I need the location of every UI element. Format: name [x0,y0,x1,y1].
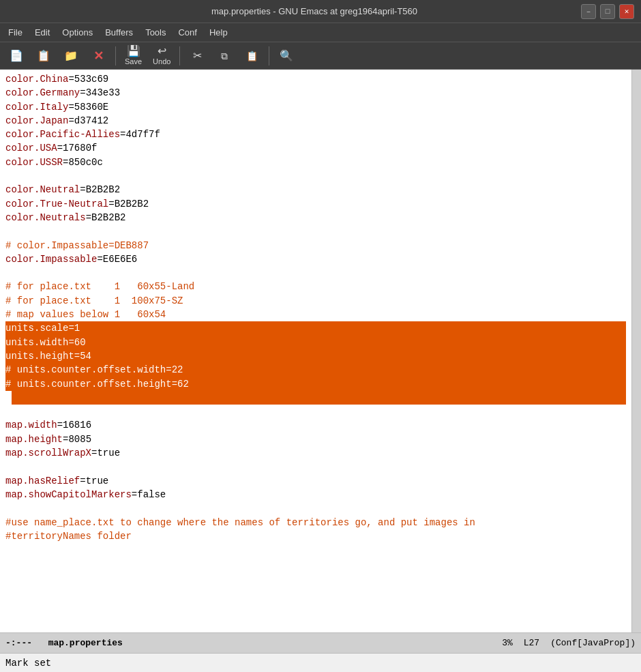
toolbar: 📄 📋 📁 ✕ 💾 Save ↩ Undo ✂ ⧉ 📋 🔍 [0,42,641,70]
editor-line: color.Germany=343e33 [5,86,626,100]
editor-line: # units.counter.offset.width=22 [5,363,626,377]
menu-item-conf[interactable]: Conf [173,25,202,40]
status-filename: map.properties [48,638,123,648]
menu-item-options[interactable]: Options [57,25,98,40]
maximize-button[interactable]: □ [600,4,615,19]
undo-label: Undo [153,57,170,65]
undo-button[interactable]: ↩ Undo [149,44,175,68]
editor-line: color.USA=17680f [5,141,626,155]
undo-icon: ↩ [158,46,166,57]
editor-line: # map values below 1 60x54 [5,308,626,321]
close-file-button[interactable]: ✕ [86,48,110,64]
minimize-button[interactable]: – [581,4,596,19]
window-controls[interactable]: – □ ✕ [581,4,634,19]
open-folder-button[interactable]: 📁 [59,48,83,63]
cut-button[interactable]: ✂ [185,48,209,63]
search-icon: 🔍 [280,50,293,61]
editor-line [5,169,626,183]
editor-line: # color.Impassable=DEB887 [5,239,626,252]
save-icon: 💾 [127,46,140,57]
cut-icon: ✂ [193,50,202,61]
editor-line: color.Italy=58360E [5,100,626,114]
clipboard-button[interactable]: 📋 [31,48,56,63]
editor-line: units.width=60 [5,336,626,349]
status-right: 3% L27 (Conf[JavaProp]) [502,638,636,648]
editor-line: map.hasRelief=true [5,474,626,488]
toolbar-separator-3 [269,46,269,65]
editor-line: map.width=16816 [5,418,626,432]
editor-line: color.USSR=850c0c [5,156,626,169]
menu-item-help[interactable]: Help [204,25,233,40]
new-file-icon: 📄 [10,50,23,61]
status-percent: 3% [502,638,513,648]
editor-line: color.China=533c69 [5,72,626,86]
minibuffer-text: Mark set [5,658,51,669]
editor-line: color.Neutral=B2B2B2 [5,183,626,196]
new-file-button[interactable]: 📄 [4,48,29,63]
scrollbar[interactable] [631,70,641,632]
editor-line [5,405,626,418]
editor-line: color.True-Neutral=B2B2B2 [5,197,626,211]
status-mode: -:--- [5,638,32,648]
editor-line: #use name_place.txt to change where the … [5,516,626,529]
editor-line: map.height=8085 [5,433,626,446]
editor-line [5,501,626,515]
status-line: L27 [524,638,539,648]
status-bar: -:--- map.properties 3% L27 (Conf[JavaPr… [0,632,641,653]
close-button[interactable]: ✕ [619,4,634,19]
editor-line: color.Japan=d37412 [5,114,626,128]
paste-button[interactable]: 📋 [239,49,264,63]
menu-bar: FileEditOptionsBuffersToolsConfHelp [0,23,641,42]
menu-item-edit[interactable]: Edit [29,25,55,40]
clipboard-icon: 📋 [37,50,50,61]
menu-item-file[interactable]: File [3,25,28,40]
minibuffer: Mark set [0,653,641,672]
save-label: Save [125,57,142,65]
editor-line: # for place.txt 1 100x75-SZ [5,294,626,308]
editor-container: color.China=533c69color.Germany=343e33co… [0,70,641,632]
copy-button[interactable]: ⧉ [212,49,237,63]
close-file-icon: ✕ [93,50,104,62]
menu-item-buffers[interactable]: Buffers [100,25,138,40]
title-bar: map.properties - GNU Emacs at greg1964ap… [0,0,641,23]
editor-line: # for place.txt 1 60x55-Land [5,280,626,293]
editor-line: units.scale=1 [5,321,626,335]
editor-line: map.scrollWrapX=true [5,446,626,460]
editor-line: map.showCapitolMarkers=false [5,488,626,501]
editor-content[interactable]: color.China=533c69color.Germany=343e33co… [0,70,631,632]
window-title: map.properties - GNU Emacs at greg1964ap… [48,6,581,16]
save-button[interactable]: 💾 Save [121,44,146,68]
editor-line: color.Impassable=E6E6E6 [5,252,626,266]
folder-icon: 📁 [64,50,78,61]
search-button[interactable]: 🔍 [274,48,299,63]
copy-icon: ⧉ [221,51,228,61]
editor-line: color.Neutrals=B2B2B2 [5,211,626,224]
editor-line: #territoryNames folder [5,529,626,543]
editor-line [5,460,626,473]
editor-line: color.Pacific-Allies=4d7f7f [5,128,626,141]
toolbar-separator-2 [179,46,180,65]
toolbar-separator-1 [115,46,116,65]
editor-line: units.height=54 [5,349,626,363]
editor-line [5,224,626,238]
editor-line [5,391,626,405]
status-left: -:--- map.properties [5,638,123,648]
editor-line: # units.counter.offset.height=62 [5,377,626,391]
status-conf: (Conf[JavaProp]) [550,638,636,648]
editor-line [5,266,626,280]
paste-icon: 📋 [246,51,258,61]
menu-item-tools[interactable]: Tools [140,25,171,40]
